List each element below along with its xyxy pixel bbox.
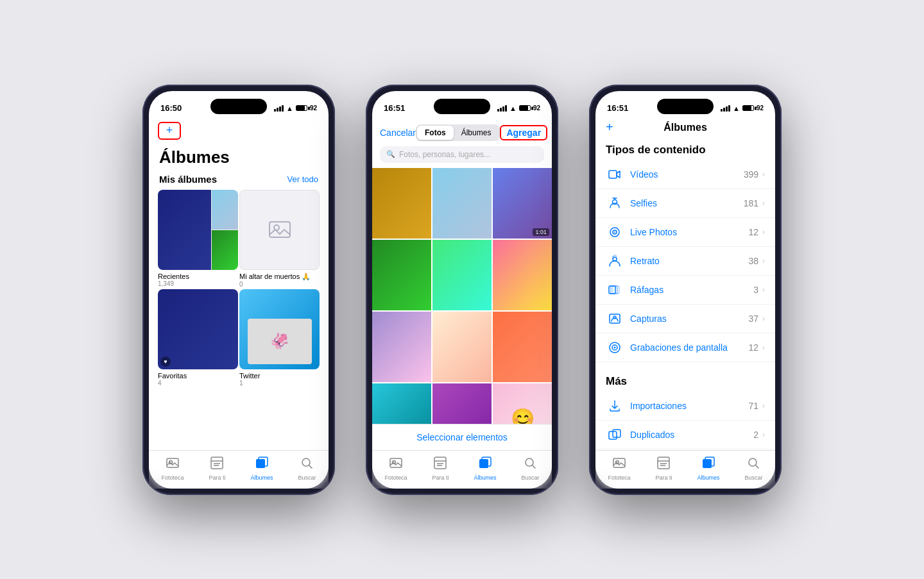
tab-bar-2: Fototeca Para ti Álbumes bbox=[372, 450, 552, 489]
battery-pct-1: 92 bbox=[310, 105, 317, 112]
video-duration: 1:01 bbox=[533, 228, 549, 236]
album-count-twitter: 1 bbox=[239, 380, 320, 387]
album-placeholder bbox=[239, 190, 320, 270]
svg-line-52 bbox=[756, 465, 759, 468]
tab-parati-icon-2 bbox=[433, 456, 447, 473]
retrato-count: 38 bbox=[748, 256, 758, 266]
album-twitter[interactable]: 🦑 Twitter 1 bbox=[239, 289, 320, 387]
photo-cell-7[interactable] bbox=[372, 312, 431, 382]
selfies-label: Selfies bbox=[630, 198, 744, 208]
phone-3: 16:51 ▲ 92 + Álb bbox=[589, 85, 782, 495]
photo-cell-10[interactable] bbox=[372, 383, 431, 424]
photo-cell-8[interactable] bbox=[432, 312, 492, 382]
mas-section: Más Importaciones 71 › bbox=[595, 362, 775, 450]
retrato-label: Retrato bbox=[630, 256, 748, 266]
retrato-icon bbox=[606, 252, 624, 270]
importaciones-icon bbox=[606, 397, 624, 415]
tab-fototeca-icon-1 bbox=[166, 456, 180, 473]
list-item-capturas[interactable]: Capturas 37 › bbox=[595, 305, 775, 333]
svg-line-11 bbox=[309, 465, 312, 468]
tab-fototeca-3[interactable]: Fototeca bbox=[608, 456, 630, 481]
album-name-recientes: Recientes bbox=[158, 273, 238, 280]
list-item-duplicados[interactable]: Duplicados 2 › bbox=[595, 421, 775, 449]
photo-cell-1[interactable] bbox=[372, 168, 431, 239]
phone1-content: Álbumes Mis álbumes Ver todo bbox=[149, 119, 329, 489]
selector-header: Cancelar Fotos Álbumes Agregar bbox=[372, 119, 552, 146]
svg-rect-49 bbox=[703, 459, 712, 468]
ver-todo-link[interactable]: Ver todo bbox=[287, 174, 318, 184]
tab-albumes-icon-3 bbox=[701, 456, 715, 473]
svg-rect-30 bbox=[613, 286, 619, 294]
signal-3 bbox=[721, 105, 730, 112]
tab-albumes-3[interactable]: Álbumes bbox=[697, 456, 719, 481]
video-icon bbox=[606, 165, 624, 183]
tab-buscar-label-1: Buscar bbox=[298, 474, 316, 481]
importaciones-count: 71 bbox=[748, 401, 758, 411]
add-album-button[interactable]: + bbox=[158, 122, 181, 140]
list-item-rafagas[interactable]: Ráfagas 3 › bbox=[595, 276, 775, 305]
svg-rect-28 bbox=[609, 286, 615, 294]
svg-rect-14 bbox=[434, 457, 446, 469]
svg-rect-18 bbox=[479, 459, 488, 468]
photo-cell-4[interactable] bbox=[372, 240, 431, 310]
agregar-button[interactable]: Agregar bbox=[500, 125, 547, 140]
search-bar: 🔍 Fotos, personas, lugares... bbox=[380, 146, 544, 163]
photo-cell-12[interactable]: 😊 bbox=[493, 383, 552, 424]
photo-cell-3[interactable]: 1:01 bbox=[493, 168, 552, 239]
tab-parati-icon-3 bbox=[656, 456, 671, 473]
tab-buscar-icon-1 bbox=[300, 456, 314, 473]
phone3-content: Tipos de contenido Vídeos 399 › bbox=[595, 138, 775, 450]
tab-pill-albumes[interactable]: Álbumes bbox=[454, 126, 499, 140]
duplicados-chevron: › bbox=[762, 430, 765, 439]
live-photos-count: 12 bbox=[748, 227, 758, 237]
photo-cell-6[interactable] bbox=[493, 240, 552, 310]
list-item-live-photos[interactable]: Live Photos 12 › bbox=[595, 218, 775, 247]
tab-buscar-label-3: Buscar bbox=[744, 474, 762, 481]
tab-albumes-1[interactable]: Álbumes bbox=[250, 456, 273, 481]
list-item-selfies[interactable]: Selfies 181 › bbox=[595, 189, 775, 218]
add-album-button-3[interactable]: + bbox=[606, 120, 613, 135]
tab-parati-3[interactable]: Para ti bbox=[655, 456, 672, 481]
selfies-chevron: › bbox=[762, 199, 765, 208]
grabaciones-icon bbox=[606, 339, 624, 357]
tipos-list: Vídeos 399 › Selfies 181 › bbox=[595, 160, 775, 362]
signal-2 bbox=[497, 105, 507, 112]
list-item-retrato[interactable]: Retrato 38 › bbox=[595, 247, 775, 276]
photo-cell-2[interactable] bbox=[432, 168, 492, 239]
duplicados-icon bbox=[606, 426, 624, 444]
album-altar[interactable]: Mi altar de muertos 🙏 0 bbox=[239, 190, 320, 288]
tab-parati-1[interactable]: Para ti bbox=[209, 456, 225, 481]
tab-buscar-2[interactable]: Buscar bbox=[521, 456, 539, 481]
tab-parati-icon-1 bbox=[210, 456, 224, 473]
list-item-videos[interactable]: Vídeos 399 › bbox=[595, 160, 775, 189]
photo-cell-5[interactable] bbox=[432, 240, 492, 310]
svg-rect-4 bbox=[211, 457, 223, 469]
tab-fototeca-1[interactable]: Fototeca bbox=[161, 456, 184, 481]
tab-fototeca-2[interactable]: Fototeca bbox=[384, 456, 407, 481]
tab-bar-1: Fototeca Para ti Álbumes bbox=[149, 450, 329, 489]
svg-rect-45 bbox=[658, 457, 669, 469]
photo-grid: 1:01 😊 bbox=[372, 168, 552, 424]
tab-parati-label-2: Para ti bbox=[432, 474, 449, 481]
battery-pct-2: 92 bbox=[533, 105, 540, 112]
album-favoritas[interactable]: ♥ Favoritas 4 bbox=[158, 289, 238, 387]
tab-bar-3: Fototeca Para ti Álbumes bbox=[595, 450, 775, 489]
my-albums-label: Mis álbumes bbox=[159, 174, 217, 185]
tab-buscar-1[interactable]: Buscar bbox=[298, 456, 316, 481]
grabaciones-chevron: › bbox=[762, 343, 765, 352]
battery-2 bbox=[519, 105, 531, 111]
list-item-grabaciones[interactable]: Grabaciones de pantalla 12 › bbox=[595, 333, 775, 362]
cancelar-button[interactable]: Cancelar bbox=[380, 128, 416, 138]
capturas-count: 37 bbox=[748, 314, 758, 324]
dynamic-island-1 bbox=[210, 99, 267, 114]
tab-parati-2[interactable]: Para ti bbox=[432, 456, 449, 481]
photo-cell-9[interactable] bbox=[493, 312, 552, 382]
seleccionar-bar[interactable]: Seleccionar elementos bbox=[372, 424, 552, 450]
album-recientes[interactable]: Recientes 1,349 bbox=[158, 190, 238, 288]
tab-buscar-3[interactable]: Buscar bbox=[744, 456, 762, 481]
time-3: 16:51 bbox=[607, 103, 628, 113]
tab-albumes-2[interactable]: Álbumes bbox=[474, 456, 496, 481]
list-item-importaciones[interactable]: Importaciones 71 › bbox=[595, 392, 775, 421]
tab-pill-fotos[interactable]: Fotos bbox=[417, 126, 454, 140]
photo-cell-11[interactable] bbox=[432, 383, 492, 424]
